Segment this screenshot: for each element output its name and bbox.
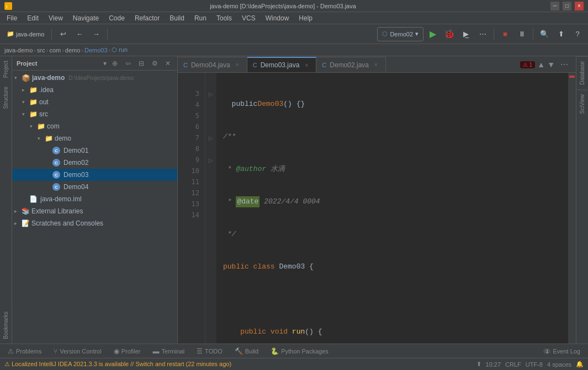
- tree-item-ext-libs[interactable]: ▸ 📚 External Libraries: [12, 205, 177, 217]
- tab-Demo03[interactable]: C Demo03.java ×: [247, 57, 317, 72]
- breadcrumb-java-demo[interactable]: java-demo: [4, 47, 33, 53]
- bottom-tab-problems[interactable]: ⚠ Problems: [2, 345, 47, 357]
- tree-item-demo[interactable]: ▾ 📁 demo: [12, 132, 177, 144]
- run-button[interactable]: ▶: [426, 27, 440, 41]
- breadcrumb-run-method[interactable]: ⬡ run: [112, 46, 128, 53]
- project-scroll-button[interactable]: ⇦: [123, 58, 133, 68]
- breadcrumb-src[interactable]: src: [37, 47, 45, 53]
- tree-item-iml[interactable]: ▸ 📄 java-demo.iml: [12, 193, 177, 205]
- menu-build[interactable]: Build: [165, 13, 189, 23]
- tree-item-scratches[interactable]: ▸ 📝 Scratches and Consoles: [12, 217, 177, 229]
- tab-Demo04[interactable]: C Demo04.java ×: [178, 57, 247, 72]
- src-folder-icon: 📁: [29, 110, 38, 118]
- tree-item-src[interactable]: ▾ 📁 src: [12, 108, 177, 120]
- tab-up-button[interactable]: ▲: [537, 60, 545, 69]
- tab-menu-button[interactable]: ⋯: [557, 57, 571, 72]
- tree-item-Demo02[interactable]: ▸ C Demo02: [12, 157, 177, 169]
- status-position[interactable]: 10:27: [486, 361, 501, 368]
- project-add-button[interactable]: ⊕: [110, 58, 120, 68]
- tab-demo03-close[interactable]: ×: [303, 61, 310, 69]
- bottom-tab-profiler[interactable]: ◉ Profiler: [108, 345, 146, 357]
- bottom-tab-terminal[interactable]: ▬ Terminal: [147, 345, 190, 357]
- tab-demo02-icon: C: [322, 62, 326, 68]
- project-hide-button[interactable]: ✕: [163, 58, 173, 68]
- status-line-sep[interactable]: CRLF: [505, 361, 521, 368]
- menu-file[interactable]: File: [2, 13, 22, 23]
- toolbar-project-button[interactable]: 📁 java-demo: [3, 27, 47, 41]
- menu-window[interactable]: Window: [261, 13, 294, 23]
- right-tab-database[interactable]: Database: [577, 56, 587, 89]
- code-line-9: public void run() {: [223, 326, 568, 337]
- editor-column: C Demo04.java × C Demo03.java × C Demo02…: [178, 56, 576, 344]
- tab-demo04-close[interactable]: ×: [234, 61, 241, 69]
- coverage-button[interactable]: ▶̲: [459, 27, 473, 41]
- minimize-button[interactable]: ─: [550, 2, 559, 10]
- breadcrumb-Demo03[interactable]: Demo03: [84, 47, 108, 53]
- breadcrumb-com[interactable]: com: [49, 47, 61, 53]
- menu-edit[interactable]: Edit: [23, 13, 43, 23]
- tree-item-Demo01[interactable]: ▸ C Demo01: [12, 144, 177, 157]
- code-editor[interactable]: 3 4 5 6 7 8 9 10 11 12 13 14: [178, 73, 568, 344]
- status-indent[interactable]: 4 spaces: [547, 361, 571, 368]
- project-collapse-button[interactable]: ⊟: [136, 58, 146, 68]
- menu-vcs[interactable]: VCS: [237, 13, 260, 23]
- tree-item-Demo03[interactable]: ▸ C Demo03: [12, 169, 177, 181]
- menu-refactor[interactable]: Refactor: [130, 13, 164, 23]
- menu-run[interactable]: Run: [190, 13, 211, 23]
- project-settings-button[interactable]: ⚙: [150, 58, 160, 68]
- more-run-button[interactable]: ⋯: [475, 27, 490, 41]
- tab-Demo02[interactable]: C Demo02.java ×: [316, 57, 386, 72]
- left-tab-bookmarks[interactable]: Bookmarks: [0, 307, 12, 344]
- todo-icon: ☰: [197, 347, 203, 355]
- right-tab-sciview[interactable]: SciView: [577, 89, 587, 118]
- tree-item-Demo04[interactable]: ▸ C Demo04: [12, 181, 177, 193]
- run-config-selector[interactable]: ⬡ Demo02 ▾: [377, 27, 423, 41]
- pause-button[interactable]: ⏸: [515, 27, 529, 41]
- forward-button[interactable]: →: [89, 27, 103, 41]
- code-line-6: */: [223, 229, 568, 240]
- bottom-tab-bar: ⚠ Problems ⑂ Version Control ◉ Profiler …: [0, 344, 588, 358]
- status-encoding[interactable]: UTF-8: [526, 361, 543, 368]
- demo01-java-icon: C: [52, 147, 60, 154]
- help-button[interactable]: ?: [570, 27, 585, 41]
- breadcrumb-demo[interactable]: demo: [65, 47, 81, 53]
- update-button[interactable]: ⬆: [554, 27, 568, 41]
- bottom-tab-eventlog[interactable]: 1 Event Log: [538, 345, 586, 357]
- menu-view[interactable]: View: [44, 13, 67, 23]
- bottom-tab-todo[interactable]: ☰ TODO: [191, 345, 228, 357]
- tree-item-idea[interactable]: ▸ 📁 .idea: [12, 84, 177, 96]
- menu-navigate[interactable]: Navigate: [68, 13, 103, 23]
- tree-item-javademo[interactable]: ▾ 📦 java-demo D:\IdeaProjects\java-demo: [12, 72, 177, 84]
- sync-button[interactable]: ↩: [56, 27, 70, 41]
- bottom-tab-python[interactable]: 🐍 Python Packages: [265, 345, 334, 357]
- close-button[interactable]: ×: [575, 2, 584, 10]
- fold-line9[interactable]: ▷: [205, 154, 216, 165]
- fold-line7[interactable]: ▷: [205, 132, 216, 143]
- bottom-tab-vcs[interactable]: ⑂ Version Control: [48, 345, 107, 357]
- menu-help[interactable]: Help: [294, 13, 317, 23]
- status-warning[interactable]: ⚠ Localized IntelliJ IDEA 2021.3.3 is av…: [4, 361, 231, 368]
- menu-code[interactable]: Code: [104, 13, 129, 23]
- maximize-button[interactable]: □: [563, 2, 571, 10]
- run-config-icon: ⬡: [382, 30, 388, 37]
- code-content[interactable]: public Demo03() {} /** * @author 水滴 * @d…: [216, 73, 568, 344]
- bottom-tab-build[interactable]: 🔨 Build: [229, 345, 264, 357]
- status-bar: ⚠ Localized IntelliJ IDEA 2021.3.3 is av…: [0, 358, 588, 370]
- stop-button[interactable]: ■: [498, 27, 512, 41]
- search-everywhere-button[interactable]: 🔍: [537, 27, 552, 41]
- status-git-icon[interactable]: ⬆: [476, 361, 481, 368]
- left-tab-structure[interactable]: Structure: [0, 82, 12, 114]
- project-panel: Project ▾ ⊕ ⇦ ⊟ ⚙ ✕ ▾ 📦 java-demo D:\Ide…: [12, 56, 178, 344]
- left-tab-project[interactable]: Project: [0, 56, 12, 82]
- status-notifications[interactable]: 🔔: [576, 361, 584, 368]
- back-button[interactable]: ←: [72, 27, 87, 41]
- content-area: Project Structure Bookmarks Project ▾ ⊕ …: [0, 56, 588, 344]
- menu-tools[interactable]: Tools: [212, 13, 236, 23]
- tree-item-com[interactable]: ▾ 📁 com: [12, 120, 177, 132]
- tab-down-button[interactable]: ▼: [547, 60, 555, 69]
- tab-demo02-close[interactable]: ×: [372, 61, 380, 69]
- debug-button[interactable]: 🐞: [442, 27, 457, 41]
- tree-item-out[interactable]: ▾ 📁 out: [12, 96, 177, 108]
- terminal-icon: ▬: [153, 347, 160, 355]
- fold-line3[interactable]: ▷: [205, 88, 216, 99]
